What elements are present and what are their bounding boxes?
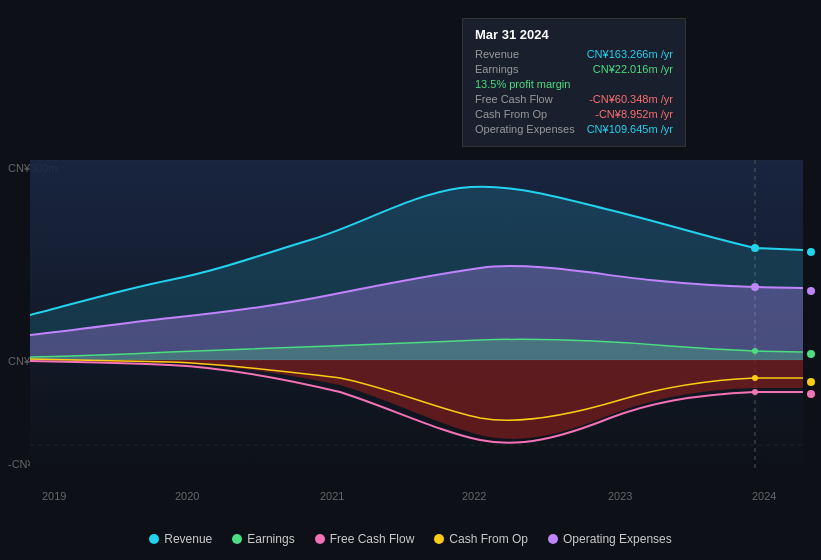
chart-svg [30, 160, 803, 470]
tooltip-opex-label: Operating Expenses [475, 123, 575, 135]
x-label-2021: 2021 [320, 490, 344, 502]
tooltip-box: Mar 31 2024 Revenue CN¥163.266m /yr Earn… [462, 18, 686, 147]
tooltip-opex-row: Operating Expenses CN¥109.645m /yr [475, 123, 673, 135]
tooltip-fcf-row: Free Cash Flow -CN¥60.348m /yr [475, 93, 673, 105]
right-marker-revenue [807, 248, 815, 256]
tooltip-date: Mar 31 2024 [475, 27, 673, 42]
legend-item-opex[interactable]: Operating Expenses [548, 532, 672, 546]
legend-item-cfo[interactable]: Cash From Op [434, 532, 528, 546]
svg-point-10 [752, 389, 758, 395]
x-label-2024: 2024 [752, 490, 776, 502]
legend-label-fcf: Free Cash Flow [330, 532, 415, 546]
tooltip-revenue-label: Revenue [475, 48, 519, 60]
legend-dot-opex [548, 534, 558, 544]
x-label-2020: 2020 [175, 490, 199, 502]
legend-item-revenue[interactable]: Revenue [149, 532, 212, 546]
chart-legend: Revenue Earnings Free Cash Flow Cash Fro… [0, 532, 821, 546]
legend-dot-revenue [149, 534, 159, 544]
tooltip-fcf-label: Free Cash Flow [475, 93, 553, 105]
legend-label-revenue: Revenue [164, 532, 212, 546]
legend-label-earnings: Earnings [247, 532, 294, 546]
tooltip-cfo-label: Cash From Op [475, 108, 547, 120]
tooltip-cfo-row: Cash From Op -CN¥8.952m /yr [475, 108, 673, 120]
legend-dot-cfo [434, 534, 444, 544]
svg-point-9 [752, 348, 758, 354]
x-label-2022: 2022 [462, 490, 486, 502]
svg-point-11 [752, 375, 758, 381]
legend-dot-fcf [315, 534, 325, 544]
legend-item-earnings[interactable]: Earnings [232, 532, 294, 546]
tooltip-earnings-row: Earnings CN¥22.016m /yr [475, 63, 673, 75]
legend-label-cfo: Cash From Op [449, 532, 528, 546]
right-marker-cfo [807, 378, 815, 386]
tooltip-cfo-value: -CN¥8.952m /yr [595, 108, 673, 120]
tooltip-revenue-row: Revenue CN¥163.266m /yr [475, 48, 673, 60]
tooltip-fcf-value: -CN¥60.348m /yr [589, 93, 673, 105]
right-marker-earnings [807, 350, 815, 358]
tooltip-revenue-value: CN¥163.266m /yr [587, 48, 673, 60]
tooltip-opex-value: CN¥109.645m /yr [587, 123, 673, 135]
tooltip-profit-margin: 13.5% profit margin [475, 78, 673, 90]
legend-dot-earnings [232, 534, 242, 544]
svg-point-8 [751, 283, 759, 291]
x-label-2019: 2019 [42, 490, 66, 502]
legend-label-opex: Operating Expenses [563, 532, 672, 546]
svg-point-7 [751, 244, 759, 252]
right-marker-opex [807, 287, 815, 295]
tooltip-earnings-value: CN¥22.016m /yr [593, 63, 673, 75]
right-marker-fcf [807, 390, 815, 398]
tooltip-earnings-label: Earnings [475, 63, 518, 75]
x-label-2023: 2023 [608, 490, 632, 502]
chart-container: Mar 31 2024 Revenue CN¥163.266m /yr Earn… [0, 0, 821, 560]
legend-item-fcf[interactable]: Free Cash Flow [315, 532, 415, 546]
